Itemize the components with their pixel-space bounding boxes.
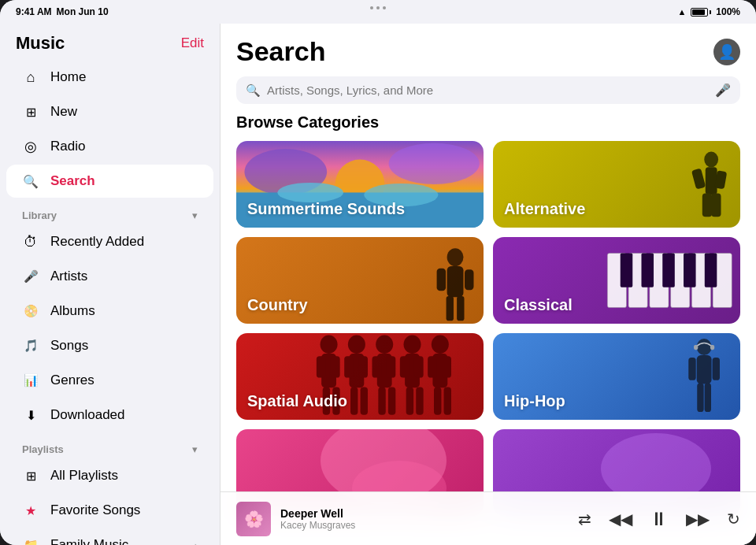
shuffle-button[interactable]: ⇄: [578, 510, 591, 528]
wifi-icon: [677, 6, 686, 17]
songs-icon: [22, 337, 39, 354]
sidebar-item-home[interactable]: Home: [6, 61, 213, 94]
svg-rect-64: [704, 383, 710, 412]
albums-icon: [22, 302, 39, 320]
search-bar[interactable]: 🔍 🎤: [236, 76, 740, 104]
svg-rect-38: [358, 356, 368, 377]
favorite-icon: [22, 502, 39, 519]
radio-label: Radio: [50, 139, 85, 154]
avatar[interactable]: 👤: [713, 39, 740, 65]
recently-icon: [22, 233, 39, 250]
svg-point-29: [321, 335, 338, 354]
playlists-chevron-icon[interactable]: ▾: [192, 443, 198, 455]
sidebar-item-albums[interactable]: Albums: [6, 295, 213, 328]
svg-rect-52: [416, 387, 423, 414]
search-bar-icon: 🔍: [246, 83, 261, 98]
svg-rect-15: [465, 269, 473, 290]
svg-rect-63: [697, 383, 703, 412]
battery-percent: 100%: [716, 6, 740, 17]
svg-point-35: [348, 335, 365, 354]
svg-rect-26: [663, 253, 676, 287]
svg-point-2: [389, 143, 480, 184]
svg-rect-37: [344, 356, 354, 377]
library-chevron-icon[interactable]: ▾: [192, 209, 198, 221]
status-left: 9:41 AM Mon Jun 10: [16, 6, 109, 17]
sidebar-item-artists[interactable]: Artists: [6, 260, 213, 293]
playlists-section-header: Playlists ▾: [0, 432, 220, 458]
svg-rect-57: [434, 387, 441, 414]
svg-rect-16: [446, 296, 453, 321]
play-pause-button[interactable]: ⏸: [650, 508, 669, 530]
category-hip-hop[interactable]: Hip-Hop: [493, 333, 740, 420]
category-alternative-label: Alternative: [504, 200, 585, 218]
svg-rect-7: [705, 167, 717, 195]
right-header: Search 👤: [220, 24, 756, 73]
category-alternative[interactable]: Alternative: [493, 141, 740, 228]
category-hip-hop-label: Hip-Hop: [504, 392, 565, 410]
now-playing-title: Deeper Well: [280, 507, 569, 520]
svg-rect-45: [379, 387, 386, 414]
now-playing-artwork: 🌸: [236, 502, 271, 536]
edit-button[interactable]: Edit: [181, 35, 204, 51]
svg-rect-13: [447, 266, 464, 297]
sidebar-item-recently-added[interactable]: Recently Added: [6, 225, 213, 258]
category-spatial-audio[interactable]: Spatial Audio: [236, 333, 484, 420]
family-icon: [22, 536, 39, 545]
svg-rect-51: [406, 387, 413, 414]
sidebar-item-family-music[interactable]: Family Music ›: [6, 528, 213, 545]
search-nav-icon: [22, 172, 39, 190]
svg-rect-27: [684, 253, 696, 287]
svg-rect-32: [331, 356, 340, 377]
now-playing-bar[interactable]: 🌸 Deeper Well Kacey Musgraves ⇄ ◀◀ ⏸ ▶▶ …: [220, 491, 756, 545]
sidebar-item-songs[interactable]: Songs: [6, 329, 213, 362]
sidebar-item-favorite-songs[interactable]: Favorite Songs: [6, 494, 213, 527]
status-time: 9:41 AM: [16, 6, 52, 17]
category-spatial-audio-label: Spatial Audio: [247, 392, 347, 410]
svg-point-59: [696, 339, 711, 355]
svg-rect-24: [621, 253, 633, 287]
home-icon: [22, 69, 39, 86]
downloaded-icon: [22, 406, 39, 424]
categories-grid: Summertime Sounds Alternative: [220, 141, 756, 545]
svg-rect-17: [457, 296, 464, 321]
category-country[interactable]: Country: [236, 237, 484, 324]
svg-rect-43: [372, 356, 382, 377]
status-right: 100%: [677, 6, 740, 17]
svg-rect-62: [712, 358, 719, 380]
albums-label: Albums: [50, 303, 95, 319]
family-chevron-icon: ›: [195, 539, 198, 546]
svg-point-53: [432, 335, 449, 354]
svg-rect-49: [400, 356, 410, 377]
genres-label: Genres: [50, 373, 94, 388]
previous-button[interactable]: ◀◀: [609, 510, 632, 528]
top-dots: [370, 6, 386, 9]
next-button[interactable]: ▶▶: [686, 510, 710, 528]
downloaded-label: Downloaded: [50, 407, 125, 423]
category-summertime[interactable]: Summertime Sounds: [236, 141, 484, 228]
svg-rect-65: [694, 344, 698, 349]
right-panel: Search 👤 🔍 🎤 Browse Categories: [220, 24, 756, 545]
family-label: Family Music: [50, 537, 128, 545]
sidebar-header: Music Edit: [0, 24, 220, 60]
svg-rect-31: [317, 356, 326, 377]
now-playing-info: Deeper Well Kacey Musgraves: [280, 507, 569, 531]
sidebar-item-search[interactable]: Search: [6, 165, 213, 198]
status-date: Mon Jun 10: [57, 6, 109, 17]
sidebar-item-radio[interactable]: Radio: [6, 130, 213, 163]
sidebar-item-all-playlists[interactable]: All Playlists: [6, 459, 213, 492]
allplaylists-icon: [22, 467, 39, 484]
search-input[interactable]: [267, 83, 709, 97]
allplaylists-label: All Playlists: [50, 468, 118, 484]
sidebar: Music Edit Home New Radio Search: [0, 24, 220, 545]
playlists-section-label: Playlists: [22, 443, 64, 455]
repeat-button[interactable]: ↻: [727, 510, 740, 528]
sidebar-item-genres[interactable]: Genres: [6, 364, 213, 397]
sidebar-item-downloaded[interactable]: Downloaded: [6, 399, 213, 432]
microphone-icon[interactable]: 🎤: [715, 83, 731, 98]
svg-rect-11: [711, 193, 721, 217]
sidebar-item-new[interactable]: New: [6, 95, 213, 128]
battery-icon: [691, 8, 711, 17]
svg-rect-66: [710, 344, 714, 349]
svg-rect-56: [442, 356, 451, 377]
category-classical[interactable]: Classical: [493, 237, 740, 324]
